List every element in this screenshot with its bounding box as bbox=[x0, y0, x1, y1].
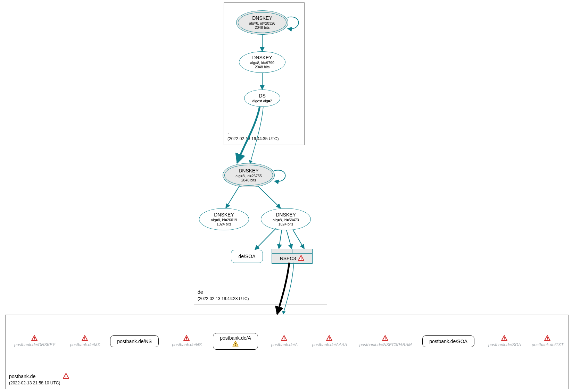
zone-postbank-name: postbank.de bbox=[9, 374, 35, 379]
dnskey-node-root-ksk[interactable]: DNSKEY alg=8, id=20326 2048 bits bbox=[236, 10, 288, 35]
nsec3-node[interactable]: NSEC3 bbox=[272, 249, 313, 264]
warning-icon bbox=[63, 373, 71, 381]
warning-icon bbox=[82, 335, 89, 342]
warning-icon bbox=[183, 335, 190, 342]
node-sub: 2048 bits bbox=[241, 178, 256, 182]
node-sub: 1024 bits bbox=[217, 222, 232, 226]
rrset-postbank-soa-secondary[interactable]: postbank.de/SOA bbox=[482, 335, 527, 347]
rrset-postbank-soa-primary[interactable]: postbank.de/SOA bbox=[422, 335, 474, 347]
rrset-label: postbank.de/A bbox=[271, 342, 298, 347]
zone-postbank: postbank.de (2022-02-13 21:58:10 UTC) bbox=[5, 315, 569, 389]
rrset-label: postbank.de/A bbox=[220, 335, 251, 341]
rrset-postbank-nsec3param[interactable]: postbank.de/NSEC3PARAM bbox=[356, 335, 415, 347]
node-sub: 1024 bits bbox=[279, 222, 293, 226]
node-title: DNSKEY bbox=[214, 212, 234, 218]
rrset-label: postbank.de/NSEC3PARAM bbox=[359, 342, 412, 347]
node-title: DS bbox=[259, 93, 265, 99]
rrset-label: postbank.de/AAAA bbox=[312, 342, 347, 347]
rrset-de-soa[interactable]: de/SOA bbox=[231, 250, 263, 263]
rrset-label: postbank.de/SOA bbox=[429, 339, 467, 344]
node-sub: alg=8, id=26755 bbox=[235, 174, 262, 178]
node-sub: 2048 bits bbox=[255, 25, 270, 29]
rrset-postbank-mx[interactable]: postbank.de/MX bbox=[64, 335, 106, 347]
node-title: DNSKEY bbox=[252, 16, 272, 21]
node-sub: digest alg=2 bbox=[252, 99, 272, 103]
warning-icon bbox=[382, 335, 389, 342]
rrset-label: postbank.de/NS bbox=[172, 342, 201, 347]
nsec3-label: NSEC3 bbox=[280, 256, 296, 261]
rrset-label: postbank.de/NS bbox=[117, 339, 152, 344]
warning-icon bbox=[326, 335, 333, 342]
nsec3-segments bbox=[272, 249, 313, 254]
node-title: DNSKEY bbox=[239, 168, 259, 173]
zone-de-timestamp: (2022-02-13 19:44:28 UTC) bbox=[198, 296, 249, 301]
warning-icon bbox=[281, 335, 288, 342]
node-sub: alg=8, id=58473 bbox=[273, 218, 299, 222]
diagram-canvas: . (2022-02-13 16:44:35 UTC) de (2022-02-… bbox=[0, 0, 572, 392]
rrset-label: postbank.de/SOA bbox=[488, 342, 521, 347]
dnskey-node-de-zsk2[interactable]: DNSKEY alg=8, id=58473 1024 bits bbox=[261, 208, 311, 230]
node-title: DNSKEY bbox=[252, 55, 272, 60]
rrset-label: de/SOA bbox=[238, 254, 255, 259]
node-sub: 2048 bits bbox=[255, 65, 270, 69]
zone-root-timestamp: (2022-02-13 16:44:35 UTC) bbox=[227, 136, 279, 141]
node-sub: alg=8, id=20326 bbox=[249, 21, 275, 25]
node-sub: alg=8, id=26019 bbox=[211, 218, 237, 222]
node-title: DNSKEY bbox=[276, 212, 296, 218]
rrset-postbank-a-primary[interactable]: postbank.de/A bbox=[213, 333, 258, 350]
rrset-label: postbank.de/DNSKEY bbox=[14, 342, 55, 347]
zone-root-name: . bbox=[227, 129, 229, 135]
warning-icon bbox=[501, 335, 508, 342]
warning-icon bbox=[544, 335, 551, 342]
rrset-postbank-aaaa[interactable]: postbank.de/AAAA bbox=[307, 335, 352, 347]
rrset-postbank-dnskey[interactable]: postbank.de/DNSKEY bbox=[10, 335, 59, 347]
dnskey-node-de-ksk[interactable]: DNSKEY alg=8, id=26755 2048 bits bbox=[223, 163, 275, 187]
warning-icon bbox=[232, 341, 239, 348]
warning-icon bbox=[31, 335, 38, 342]
rrset-postbank-ns-secondary[interactable]: postbank.de/NS bbox=[166, 335, 208, 347]
dnskey-node-root-zsk[interactable]: DNSKEY alg=8, id=9799 2048 bits bbox=[239, 51, 285, 73]
warning-icon bbox=[298, 255, 304, 262]
rrset-label: postbank.de/MX bbox=[70, 342, 100, 347]
dnskey-node-de-zsk1[interactable]: DNSKEY alg=8, id=26019 1024 bits bbox=[199, 208, 249, 230]
rrset-postbank-a-secondary[interactable]: postbank.de/A bbox=[265, 335, 304, 347]
ds-node-root[interactable]: DS digest alg=2 bbox=[244, 90, 280, 107]
rrset-postbank-txt[interactable]: postbank.de/TXT bbox=[529, 335, 567, 347]
node-sub: alg=8, id=9799 bbox=[250, 61, 274, 65]
rrset-postbank-ns-primary[interactable]: postbank.de/NS bbox=[110, 335, 159, 347]
rrset-label: postbank.de/TXT bbox=[532, 342, 563, 347]
zone-de-name: de bbox=[198, 289, 203, 295]
zone-postbank-timestamp: (2022-02-13 21:58:10 UTC) bbox=[9, 381, 60, 385]
